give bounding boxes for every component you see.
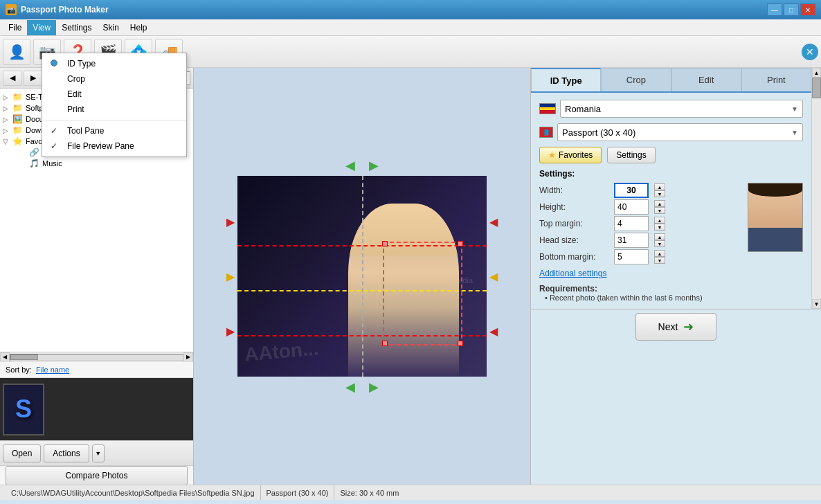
width-value[interactable]: 30: [614, 183, 649, 198]
right-scroll-thumb[interactable]: [812, 78, 821, 98]
menu-skin[interactable]: Skin: [98, 20, 125, 35]
headsize-up[interactable]: ▲: [654, 233, 665, 240]
country-dropdown[interactable]: Romania ▼: [560, 100, 803, 118]
requirement-item-0: • Recent photo (taken within the last 6 …: [539, 294, 803, 302]
passport-preview: [748, 183, 803, 252]
height-down[interactable]: ▼: [654, 207, 665, 214]
horizontal-scrollbar[interactable]: ◀ ▶: [0, 352, 193, 361]
topmargin-value[interactable]: 4: [614, 216, 649, 231]
compare-button[interactable]: Compare Photos: [6, 466, 188, 485]
top-crop-arrows: ◀ ▶: [226, 158, 498, 173]
close-button[interactable]: ✕: [800, 3, 815, 16]
topmargin-down[interactable]: ▼: [654, 224, 665, 231]
scroll-right-button[interactable]: ▶: [183, 352, 193, 362]
menu-edit[interactable]: Edit: [42, 87, 186, 102]
width-down[interactable]: ▼: [654, 190, 665, 197]
app-title: Passport Photo Maker: [21, 5, 109, 15]
menu-crop[interactable]: Crop: [42, 71, 186, 87]
handle-br[interactable]: [458, 341, 463, 346]
menu-filepreview[interactable]: ✓ File Preview Pane: [42, 138, 186, 154]
headsize-down[interactable]: ▼: [654, 240, 665, 247]
actions-button[interactable]: Actions: [44, 444, 89, 462]
bottommargin-label: Bottom margin:: [539, 252, 608, 262]
left-arrow-bot[interactable]: ▶: [226, 325, 235, 338]
menu-view[interactable]: View: [27, 20, 56, 35]
settings-inner: Width: 30 ▲ ▼ Height: 40: [539, 183, 803, 266]
selection-box[interactable]: [383, 242, 462, 345]
left-arrows: ▶ ▶ ▶: [226, 215, 235, 338]
settings-section: Settings: Width: 30 ▲ ▼: [539, 169, 803, 278]
preview-thumbnail[interactable]: S: [3, 384, 44, 435]
doc-arrow: ▼: [791, 129, 798, 136]
passport-icon: 📘: [539, 127, 553, 138]
toolbar-person-button[interactable]: 👤: [3, 39, 30, 65]
menu-print[interactable]: Print: [42, 102, 186, 117]
height-value[interactable]: 40: [614, 199, 649, 215]
check-indicator2: ✓: [51, 141, 62, 151]
favorites-label: Favorites: [559, 150, 593, 160]
forward-button[interactable]: ▶: [24, 71, 43, 86]
back-button[interactable]: ◀: [3, 71, 22, 86]
bottommargin-down[interactable]: ▼: [654, 257, 665, 264]
width-up[interactable]: ▲: [654, 183, 665, 190]
right-arrow-mid[interactable]: ◀: [489, 270, 498, 283]
top-left-arrow[interactable]: ◀: [345, 158, 355, 173]
tree-item-music[interactable]: 🎵 Music: [3, 158, 190, 169]
settings-button[interactable]: Settings: [607, 147, 655, 163]
height-spinner[interactable]: ▲ ▼: [654, 200, 665, 214]
headsize-value[interactable]: 31: [614, 233, 649, 248]
top-right-arrow[interactable]: ▶: [369, 158, 379, 173]
menu-toolpane[interactable]: ✓ Tool Pane: [42, 123, 186, 138]
scroll-up-button[interactable]: ▲: [812, 68, 821, 78]
photo-canvas[interactable]: AAton... Softpedia: [237, 176, 487, 377]
compare-row: Compare Photos: [0, 465, 193, 485]
passport-shirt: [748, 228, 802, 251]
scroll-down-button[interactable]: ▼: [812, 299, 821, 309]
scroll-thumb[interactable]: [10, 354, 38, 360]
menu-file[interactable]: File: [3, 20, 27, 35]
document-value: Passport (30 x 40): [562, 127, 635, 138]
status-bar: C:\Users\WDAGUtilityAccount\Desktop\Soft…: [0, 485, 821, 500]
right-arrow-bot[interactable]: ◀: [489, 325, 498, 338]
menu-help[interactable]: Help: [125, 20, 153, 35]
right-arrows: ◀ ◀ ◀: [489, 215, 498, 338]
bottom-right-arrow[interactable]: ▶: [369, 379, 379, 395]
toolbar-close-button[interactable]: ✕: [802, 44, 818, 60]
sort-value[interactable]: File name: [36, 366, 69, 374]
bottommargin-up[interactable]: ▲: [654, 250, 665, 257]
additional-settings-link[interactable]: Additional settings: [539, 269, 803, 278]
document-dropdown[interactable]: Passport (30 x 40) ▼: [557, 123, 803, 141]
tab-edit[interactable]: Edit: [671, 68, 741, 91]
scroll-track[interactable]: [10, 354, 183, 361]
handle-tr[interactable]: [458, 241, 463, 246]
right-arrow-top[interactable]: ◀: [489, 215, 498, 228]
width-spinner[interactable]: ▲ ▼: [654, 183, 665, 197]
right-scroll-track[interactable]: [812, 78, 821, 299]
actions-dropdown-button[interactable]: ▼: [92, 444, 105, 462]
handle-bl[interactable]: [382, 341, 388, 346]
tab-print[interactable]: Print: [741, 68, 811, 91]
title-bar: 📷 Passport Photo Maker — □ ✕: [0, 0, 821, 19]
topmargin-up[interactable]: ▲: [654, 217, 665, 224]
tab-crop[interactable]: Crop: [601, 68, 671, 91]
left-arrow-top[interactable]: ▶: [226, 215, 235, 228]
headsize-spinner[interactable]: ▲ ▼: [654, 233, 665, 247]
center-canvas-area: ◀ ▶ ▶ ▶ ▶ AAton... Softpedia: [194, 68, 530, 485]
topmargin-spinner[interactable]: ▲ ▼: [654, 217, 665, 231]
favorites-button[interactable]: ★ Favorites: [539, 147, 602, 163]
left-arrow-mid[interactable]: ▶: [226, 270, 235, 283]
minimize-button[interactable]: —: [767, 3, 782, 16]
next-button[interactable]: Next ➜: [635, 313, 717, 341]
height-up[interactable]: ▲: [654, 200, 665, 207]
maximize-button[interactable]: □: [784, 3, 799, 16]
sort-label: Sort by:: [6, 366, 32, 374]
bottom-left-arrow[interactable]: ◀: [345, 379, 355, 395]
menu-settings[interactable]: Settings: [56, 20, 97, 35]
bottommargin-spinner[interactable]: ▲ ▼: [654, 250, 665, 264]
bottommargin-value[interactable]: 5: [614, 249, 649, 264]
handle-tl[interactable]: [382, 241, 388, 246]
menu-idtype[interactable]: ID Type: [42, 56, 186, 71]
open-button[interactable]: Open: [3, 444, 41, 462]
tab-idtype[interactable]: ID Type: [531, 68, 601, 91]
scroll-left-button[interactable]: ◀: [0, 352, 10, 362]
